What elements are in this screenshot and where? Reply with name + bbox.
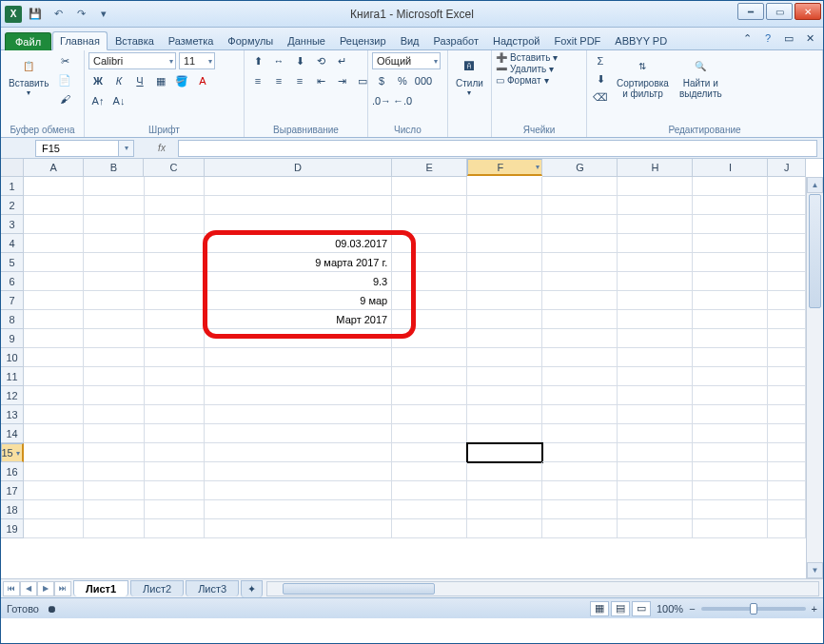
- cell-H9[interactable]: [618, 329, 693, 348]
- cell-E15[interactable]: [392, 443, 467, 462]
- row-header-14[interactable]: 14: [1, 424, 24, 443]
- sheet-tab-3[interactable]: Лист3: [186, 580, 239, 596]
- cell-I19[interactable]: [693, 519, 768, 538]
- cell-E19[interactable]: [392, 519, 467, 538]
- cell-H17[interactable]: [618, 481, 693, 500]
- cell-B4[interactable]: [84, 234, 144, 253]
- cell-J3[interactable]: [768, 215, 806, 234]
- view-normal-icon[interactable]: ▦: [590, 601, 609, 616]
- cell-G7[interactable]: [542, 291, 618, 310]
- delete-cells-button[interactable]: ➖Удалить ▾: [496, 64, 554, 74]
- align-right-icon[interactable]: ≡: [290, 72, 309, 89]
- cell-E6[interactable]: [392, 272, 467, 291]
- cell-A10[interactable]: [24, 348, 84, 367]
- tab-data[interactable]: Данные: [281, 32, 332, 49]
- sort-filter-button[interactable]: ⇅ Сортировка и фильтр: [613, 52, 673, 101]
- cell-A8[interactable]: [24, 310, 84, 329]
- cell-E14[interactable]: [392, 424, 467, 443]
- cell-E3[interactable]: [392, 215, 467, 234]
- cell-G2[interactable]: [542, 196, 618, 215]
- sheet-tab-1[interactable]: Лист1: [73, 580, 128, 596]
- sheet-nav-prev[interactable]: ◀: [20, 581, 37, 596]
- row-header-7[interactable]: 7: [1, 291, 24, 310]
- cell-I16[interactable]: [693, 462, 768, 481]
- cell-D10[interactable]: [205, 348, 392, 367]
- cell-I2[interactable]: [693, 196, 768, 215]
- cell-B1[interactable]: [84, 177, 144, 196]
- col-header-F[interactable]: F: [467, 159, 542, 176]
- tab-foxit[interactable]: Foxit PDF: [547, 32, 607, 49]
- cells-area[interactable]: 09.03.20179 марта 2017 г.9.39 марМарт 20…: [24, 177, 806, 578]
- restore-window-icon[interactable]: ▭: [781, 30, 796, 46]
- row-header-11[interactable]: 11: [1, 367, 24, 386]
- cell-H10[interactable]: [618, 348, 693, 367]
- tab-abbyy[interactable]: ABBYY PD: [608, 32, 674, 49]
- cell-C4[interactable]: [145, 234, 205, 253]
- font-color-button[interactable]: A: [193, 72, 212, 89]
- insert-cells-button[interactable]: ➕Вставить ▾: [496, 52, 558, 63]
- cell-D13[interactable]: [205, 405, 392, 424]
- cell-H5[interactable]: [618, 253, 693, 272]
- cell-H12[interactable]: [618, 386, 693, 405]
- cell-G5[interactable]: [542, 253, 618, 272]
- cell-G8[interactable]: [542, 310, 618, 329]
- cell-C9[interactable]: [145, 329, 205, 348]
- row-header-3[interactable]: 3: [1, 215, 24, 234]
- cell-J4[interactable]: [768, 234, 806, 253]
- row-header-6[interactable]: 6: [1, 272, 24, 291]
- cell-A16[interactable]: [24, 462, 84, 481]
- indent-dec-icon[interactable]: ⇤: [311, 72, 330, 89]
- cell-F8[interactable]: [467, 310, 542, 329]
- cell-E18[interactable]: [392, 500, 467, 519]
- autosum-icon[interactable]: Σ: [591, 52, 610, 69]
- clear-icon[interactable]: ⌫: [591, 88, 610, 106]
- cell-E9[interactable]: [392, 329, 467, 348]
- tab-developer[interactable]: Разработ: [427, 32, 485, 49]
- cell-I13[interactable]: [693, 405, 768, 424]
- cell-C10[interactable]: [145, 348, 205, 367]
- cell-J10[interactable]: [768, 348, 806, 367]
- align-left-icon[interactable]: ≡: [248, 72, 267, 89]
- cell-H1[interactable]: [618, 177, 693, 196]
- close-workbook-icon[interactable]: ✕: [802, 30, 817, 46]
- row-header-13[interactable]: 13: [1, 405, 24, 424]
- cell-G11[interactable]: [542, 367, 618, 386]
- cell-E1[interactable]: [392, 177, 467, 196]
- align-middle-icon[interactable]: ↔: [269, 52, 288, 69]
- minimize-button[interactable]: ━: [737, 3, 764, 20]
- undo-icon[interactable]: ↶: [49, 5, 68, 24]
- cell-C16[interactable]: [145, 462, 205, 481]
- align-center-icon[interactable]: ≡: [269, 72, 288, 89]
- cell-B18[interactable]: [84, 500, 144, 519]
- cell-C17[interactable]: [145, 481, 205, 500]
- scroll-down-icon[interactable]: ▼: [807, 562, 823, 578]
- cell-A11[interactable]: [24, 367, 84, 386]
- cell-D15[interactable]: [205, 443, 392, 462]
- cell-H18[interactable]: [618, 500, 693, 519]
- cell-F7[interactable]: [467, 291, 542, 310]
- new-sheet-button[interactable]: ✦: [241, 580, 263, 597]
- cell-F9[interactable]: [467, 329, 542, 348]
- name-box-dropdown[interactable]: ▾: [119, 140, 134, 157]
- cell-C14[interactable]: [145, 424, 205, 443]
- indent-inc-icon[interactable]: ⇥: [332, 72, 351, 89]
- qat-more-icon[interactable]: ▾: [94, 5, 113, 24]
- hscroll-thumb[interactable]: [283, 583, 435, 595]
- row-header-1[interactable]: 1: [1, 177, 24, 196]
- tab-formulas[interactable]: Формулы: [221, 32, 280, 49]
- font-name-select[interactable]: Calibri: [88, 52, 176, 69]
- row-header-15[interactable]: 15: [1, 443, 24, 462]
- sheet-tab-2[interactable]: Лист2: [130, 580, 184, 596]
- cell-B14[interactable]: [84, 424, 144, 443]
- cell-J18[interactable]: [768, 500, 806, 519]
- cell-I8[interactable]: [693, 310, 768, 329]
- macro-record-icon[interactable]: ⏺: [47, 603, 57, 615]
- cell-J11[interactable]: [768, 367, 806, 386]
- cell-H16[interactable]: [618, 462, 693, 481]
- cell-E12[interactable]: [392, 386, 467, 405]
- orientation-icon[interactable]: ⟲: [311, 52, 330, 69]
- name-box[interactable]: F15: [35, 140, 119, 157]
- cell-F10[interactable]: [467, 348, 542, 367]
- cut-icon[interactable]: ✂: [55, 52, 74, 69]
- cell-I6[interactable]: [693, 272, 768, 291]
